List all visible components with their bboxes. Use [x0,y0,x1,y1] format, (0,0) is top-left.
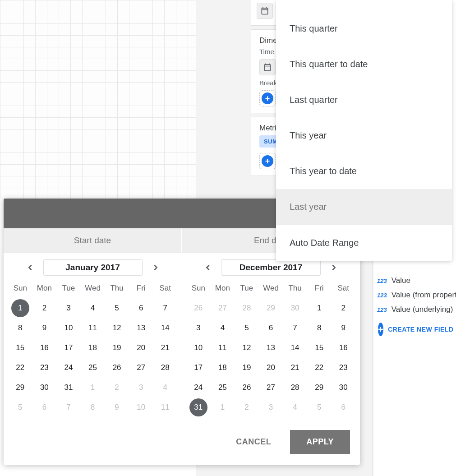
add-metric[interactable]: + [259,153,276,169]
calendar-day[interactable]: 3 [186,318,211,338]
calendar-day[interactable]: 20 [259,358,283,378]
calendar-day[interactable]: 11 [81,318,105,338]
calendar-day[interactable]: 3 [259,397,283,417]
calendar-day[interactable]: 1 [211,397,235,417]
calendar-day[interactable]: 5 [235,318,259,338]
calendar-day[interactable]: 23 [32,358,57,378]
calendar-day[interactable]: 30 [32,378,57,397]
calendar-day[interactable]: 17 [56,338,81,358]
calendar-day[interactable]: 22 [307,358,332,378]
calendar-day[interactable]: 7 [153,298,177,318]
calendar-day[interactable]: 1 [8,298,32,318]
calendar-day[interactable]: 2 [331,298,355,318]
calendar-day[interactable]: 21 [153,338,177,358]
time-dimension-chip[interactable] [259,59,276,75]
date-preset-option[interactable]: Last year [276,189,452,225]
calendar-day[interactable]: 10 [56,318,81,338]
date-preset-option[interactable]: Auto Date Range [276,225,452,261]
calendar-day[interactable]: 30 [331,378,355,397]
calendar-day[interactable]: 6 [259,318,283,338]
calendar-day[interactable]: 20 [129,338,153,358]
calendar-day[interactable]: 27 [129,358,153,378]
calendar-day[interactable]: 22 [8,358,32,378]
calendar-day[interactable]: 24 [56,358,81,378]
calendar-day[interactable]: 1 [307,298,332,318]
calendar-day[interactable]: 2 [32,298,57,318]
calendar-day[interactable]: 26 [186,298,211,318]
date-preset-option[interactable]: Last quarter [276,82,452,118]
next-month-button[interactable] [327,261,341,274]
calendar-day[interactable]: 17 [186,358,211,378]
calendar-day[interactable]: 27 [211,298,235,318]
calendar-day[interactable]: 24 [186,378,211,397]
calendar-day[interactable]: 3 [56,298,81,318]
calendar-day[interactable]: 18 [211,358,235,378]
report-canvas[interactable] [0,0,196,199]
add-breakdown-dimension[interactable]: + [259,90,276,106]
calendar-day[interactable]: 5 [307,397,332,417]
calendar-day[interactable]: 6 [129,298,153,318]
calendar-day[interactable]: 25 [211,378,235,397]
calendar-day[interactable]: 10 [129,397,153,417]
calendar-day[interactable]: 9 [105,397,129,417]
calendar-day[interactable]: 15 [307,338,332,358]
calendar-day[interactable]: 5 [105,298,129,318]
field-item[interactable]: 123Value (underlying) [373,302,456,317]
calendar-day[interactable]: 19 [105,338,129,358]
calendar-day[interactable]: 26 [105,358,129,378]
field-item[interactable]: 123Value (from property) [373,288,456,302]
prev-month-button[interactable] [23,261,37,274]
start-date-tab[interactable]: Start date [4,228,182,253]
month-year-label[interactable]: December 2017 [221,259,321,276]
cancel-button[interactable]: CANCEL [226,430,281,454]
calendar-day[interactable]: 2 [235,397,259,417]
calendar-day[interactable]: 4 [211,318,235,338]
calendar-day[interactable]: 31 [56,378,81,397]
calendar-day[interactable]: 31 [186,397,211,417]
calendar-day[interactable]: 5 [8,397,32,417]
calendar-day[interactable]: 4 [81,298,105,318]
calendar-day[interactable]: 29 [8,378,32,397]
calendar-day[interactable]: 30 [283,298,307,318]
calendar-day[interactable]: 8 [307,318,332,338]
calendar-day[interactable]: 10 [186,338,211,358]
calendar-day[interactable]: 13 [129,318,153,338]
calendar-day[interactable]: 14 [283,338,307,358]
date-preset-option[interactable]: This quarter [276,11,452,46]
calendar-day[interactable]: 29 [307,378,332,397]
calendar-day[interactable]: 9 [32,318,57,338]
calendar-day[interactable]: 6 [331,397,355,417]
calendar-day[interactable]: 16 [331,338,355,358]
calendar-day[interactable]: 1 [81,378,105,397]
calendar-day[interactable]: 12 [235,338,259,358]
date-preset-option[interactable]: This year to date [276,153,452,189]
calendar-day[interactable]: 15 [8,338,32,358]
calendar-day[interactable]: 19 [235,358,259,378]
calendar-day[interactable]: 23 [331,358,355,378]
calendar-day[interactable]: 3 [129,378,153,397]
field-item[interactable]: 123Value [373,273,456,288]
calendar-day[interactable]: 21 [283,358,307,378]
calendar-day[interactable]: 9 [331,318,355,338]
apply-button[interactable]: APPLY [290,430,350,454]
prev-month-button[interactable] [201,261,215,274]
calendar-day[interactable]: 26 [235,378,259,397]
calendar-day[interactable]: 8 [81,397,105,417]
calendar-day[interactable]: 27 [259,378,283,397]
calendar-day[interactable]: 2 [105,378,129,397]
calendar-day[interactable]: 7 [283,318,307,338]
calendar-day[interactable]: 12 [105,318,129,338]
calendar-day[interactable]: 4 [283,397,307,417]
calendar-day[interactable]: 18 [81,338,105,358]
calendar-day[interactable]: 7 [56,397,81,417]
calendar-day[interactable]: 28 [153,358,177,378]
calendar-day[interactable]: 6 [32,397,57,417]
calendar-day[interactable]: 25 [81,358,105,378]
calendar-day[interactable]: 28 [283,378,307,397]
calendar-day[interactable]: 16 [32,338,57,358]
date-range-chip[interactable] [257,3,273,19]
date-preset-option[interactable]: This quarter to date [276,46,452,82]
calendar-day[interactable]: 11 [211,338,235,358]
next-month-button[interactable] [149,261,162,274]
calendar-day[interactable]: 29 [259,298,283,318]
